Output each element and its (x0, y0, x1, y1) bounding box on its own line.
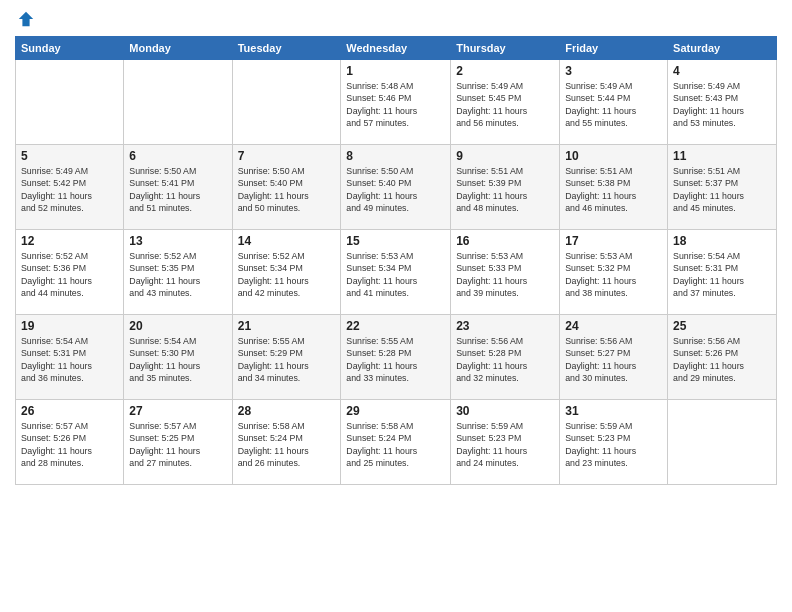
day-number: 20 (129, 319, 226, 333)
logo-icon (17, 10, 35, 28)
day-number: 8 (346, 149, 445, 163)
calendar-day-cell: 7Sunrise: 5:50 AMSunset: 5:40 PMDaylight… (232, 145, 341, 230)
day-info: Sunrise: 5:52 AMSunset: 5:36 PMDaylight:… (21, 250, 118, 299)
day-number: 19 (21, 319, 118, 333)
calendar-day-cell (16, 60, 124, 145)
weekday-header-saturday: Saturday (668, 37, 777, 60)
day-number: 5 (21, 149, 118, 163)
day-info: Sunrise: 5:49 AMSunset: 5:44 PMDaylight:… (565, 80, 662, 129)
calendar-day-cell: 13Sunrise: 5:52 AMSunset: 5:35 PMDayligh… (124, 230, 232, 315)
day-number: 17 (565, 234, 662, 248)
weekday-header-wednesday: Wednesday (341, 37, 451, 60)
calendar-week-row: 12Sunrise: 5:52 AMSunset: 5:36 PMDayligh… (16, 230, 777, 315)
day-number: 15 (346, 234, 445, 248)
day-info: Sunrise: 5:50 AMSunset: 5:40 PMDaylight:… (346, 165, 445, 214)
calendar-day-cell: 6Sunrise: 5:50 AMSunset: 5:41 PMDaylight… (124, 145, 232, 230)
calendar-day-cell: 19Sunrise: 5:54 AMSunset: 5:31 PMDayligh… (16, 315, 124, 400)
day-info: Sunrise: 5:51 AMSunset: 5:37 PMDaylight:… (673, 165, 771, 214)
day-info: Sunrise: 5:48 AMSunset: 5:46 PMDaylight:… (346, 80, 445, 129)
calendar-day-cell: 15Sunrise: 5:53 AMSunset: 5:34 PMDayligh… (341, 230, 451, 315)
day-number: 21 (238, 319, 336, 333)
day-info: Sunrise: 5:49 AMSunset: 5:43 PMDaylight:… (673, 80, 771, 129)
day-number: 9 (456, 149, 554, 163)
day-info: Sunrise: 5:50 AMSunset: 5:41 PMDaylight:… (129, 165, 226, 214)
day-number: 6 (129, 149, 226, 163)
weekday-header-row: SundayMondayTuesdayWednesdayThursdayFrid… (16, 37, 777, 60)
weekday-header-friday: Friday (560, 37, 668, 60)
calendar-day-cell: 30Sunrise: 5:59 AMSunset: 5:23 PMDayligh… (451, 400, 560, 485)
calendar-day-cell: 2Sunrise: 5:49 AMSunset: 5:45 PMDaylight… (451, 60, 560, 145)
calendar-week-row: 19Sunrise: 5:54 AMSunset: 5:31 PMDayligh… (16, 315, 777, 400)
weekday-header-thursday: Thursday (451, 37, 560, 60)
day-number: 7 (238, 149, 336, 163)
day-info: Sunrise: 5:53 AMSunset: 5:33 PMDaylight:… (456, 250, 554, 299)
logo (15, 10, 35, 28)
day-info: Sunrise: 5:55 AMSunset: 5:29 PMDaylight:… (238, 335, 336, 384)
day-number: 23 (456, 319, 554, 333)
calendar-day-cell: 31Sunrise: 5:59 AMSunset: 5:23 PMDayligh… (560, 400, 668, 485)
calendar-day-cell: 27Sunrise: 5:57 AMSunset: 5:25 PMDayligh… (124, 400, 232, 485)
day-info: Sunrise: 5:56 AMSunset: 5:27 PMDaylight:… (565, 335, 662, 384)
calendar-day-cell: 11Sunrise: 5:51 AMSunset: 5:37 PMDayligh… (668, 145, 777, 230)
day-info: Sunrise: 5:58 AMSunset: 5:24 PMDaylight:… (238, 420, 336, 469)
day-info: Sunrise: 5:49 AMSunset: 5:42 PMDaylight:… (21, 165, 118, 214)
day-number: 16 (456, 234, 554, 248)
calendar-day-cell: 12Sunrise: 5:52 AMSunset: 5:36 PMDayligh… (16, 230, 124, 315)
day-info: Sunrise: 5:56 AMSunset: 5:26 PMDaylight:… (673, 335, 771, 384)
calendar-week-row: 26Sunrise: 5:57 AMSunset: 5:26 PMDayligh… (16, 400, 777, 485)
svg-marker-0 (19, 12, 33, 26)
calendar-day-cell: 22Sunrise: 5:55 AMSunset: 5:28 PMDayligh… (341, 315, 451, 400)
calendar-day-cell (668, 400, 777, 485)
weekday-header-monday: Monday (124, 37, 232, 60)
day-info: Sunrise: 5:52 AMSunset: 5:34 PMDaylight:… (238, 250, 336, 299)
day-number: 30 (456, 404, 554, 418)
day-number: 22 (346, 319, 445, 333)
day-info: Sunrise: 5:59 AMSunset: 5:23 PMDaylight:… (565, 420, 662, 469)
day-number: 18 (673, 234, 771, 248)
day-info: Sunrise: 5:49 AMSunset: 5:45 PMDaylight:… (456, 80, 554, 129)
calendar-day-cell: 24Sunrise: 5:56 AMSunset: 5:27 PMDayligh… (560, 315, 668, 400)
calendar-day-cell: 1Sunrise: 5:48 AMSunset: 5:46 PMDaylight… (341, 60, 451, 145)
weekday-header-sunday: Sunday (16, 37, 124, 60)
calendar-week-row: 5Sunrise: 5:49 AMSunset: 5:42 PMDaylight… (16, 145, 777, 230)
calendar-page: SundayMondayTuesdayWednesdayThursdayFrid… (0, 0, 792, 612)
weekday-header-tuesday: Tuesday (232, 37, 341, 60)
day-info: Sunrise: 5:51 AMSunset: 5:39 PMDaylight:… (456, 165, 554, 214)
day-number: 10 (565, 149, 662, 163)
day-info: Sunrise: 5:53 AMSunset: 5:34 PMDaylight:… (346, 250, 445, 299)
calendar-day-cell: 5Sunrise: 5:49 AMSunset: 5:42 PMDaylight… (16, 145, 124, 230)
day-number: 14 (238, 234, 336, 248)
calendar-day-cell: 16Sunrise: 5:53 AMSunset: 5:33 PMDayligh… (451, 230, 560, 315)
day-number: 28 (238, 404, 336, 418)
day-number: 1 (346, 64, 445, 78)
calendar-day-cell: 18Sunrise: 5:54 AMSunset: 5:31 PMDayligh… (668, 230, 777, 315)
calendar-day-cell: 3Sunrise: 5:49 AMSunset: 5:44 PMDaylight… (560, 60, 668, 145)
day-number: 29 (346, 404, 445, 418)
calendar-day-cell: 4Sunrise: 5:49 AMSunset: 5:43 PMDaylight… (668, 60, 777, 145)
calendar-day-cell: 29Sunrise: 5:58 AMSunset: 5:24 PMDayligh… (341, 400, 451, 485)
day-number: 12 (21, 234, 118, 248)
day-info: Sunrise: 5:54 AMSunset: 5:30 PMDaylight:… (129, 335, 226, 384)
day-info: Sunrise: 5:57 AMSunset: 5:25 PMDaylight:… (129, 420, 226, 469)
day-number: 11 (673, 149, 771, 163)
calendar-day-cell: 20Sunrise: 5:54 AMSunset: 5:30 PMDayligh… (124, 315, 232, 400)
calendar-day-cell (124, 60, 232, 145)
calendar-day-cell: 21Sunrise: 5:55 AMSunset: 5:29 PMDayligh… (232, 315, 341, 400)
calendar-day-cell: 28Sunrise: 5:58 AMSunset: 5:24 PMDayligh… (232, 400, 341, 485)
calendar-table: SundayMondayTuesdayWednesdayThursdayFrid… (15, 36, 777, 485)
day-info: Sunrise: 5:58 AMSunset: 5:24 PMDaylight:… (346, 420, 445, 469)
day-info: Sunrise: 5:52 AMSunset: 5:35 PMDaylight:… (129, 250, 226, 299)
calendar-day-cell: 10Sunrise: 5:51 AMSunset: 5:38 PMDayligh… (560, 145, 668, 230)
calendar-day-cell: 25Sunrise: 5:56 AMSunset: 5:26 PMDayligh… (668, 315, 777, 400)
day-info: Sunrise: 5:57 AMSunset: 5:26 PMDaylight:… (21, 420, 118, 469)
day-info: Sunrise: 5:54 AMSunset: 5:31 PMDaylight:… (21, 335, 118, 384)
day-info: Sunrise: 5:51 AMSunset: 5:38 PMDaylight:… (565, 165, 662, 214)
calendar-day-cell: 23Sunrise: 5:56 AMSunset: 5:28 PMDayligh… (451, 315, 560, 400)
calendar-week-row: 1Sunrise: 5:48 AMSunset: 5:46 PMDaylight… (16, 60, 777, 145)
page-header (15, 10, 777, 28)
day-number: 27 (129, 404, 226, 418)
calendar-day-cell (232, 60, 341, 145)
day-info: Sunrise: 5:55 AMSunset: 5:28 PMDaylight:… (346, 335, 445, 384)
day-info: Sunrise: 5:53 AMSunset: 5:32 PMDaylight:… (565, 250, 662, 299)
day-number: 3 (565, 64, 662, 78)
